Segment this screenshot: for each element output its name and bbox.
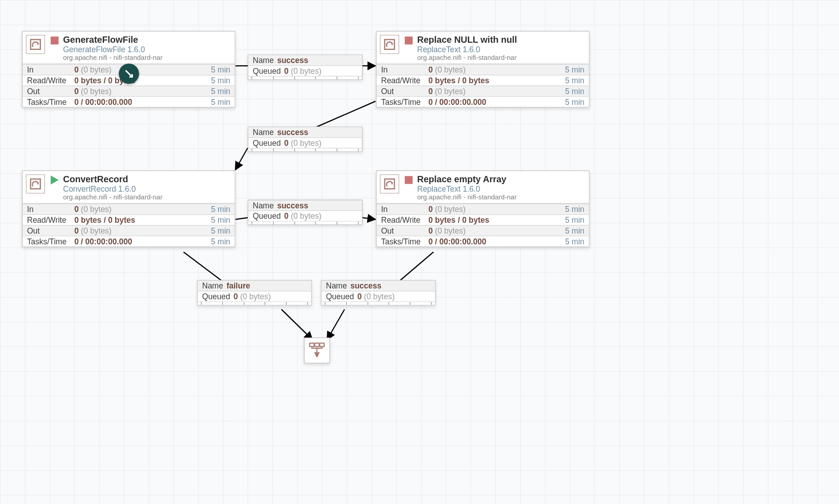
processor-convertrecord[interactable]: ConvertRecord ConvertRecord 1.6.0 org.ap…	[22, 171, 236, 247]
processor-icon	[380, 35, 399, 54]
processor-replace-null[interactable]: Replace NULL with null ReplaceText 1.6.0…	[376, 31, 590, 108]
add-connection-handle[interactable]	[119, 63, 139, 84]
svg-rect-11	[320, 343, 324, 347]
stopped-icon	[405, 36, 413, 45]
processor-name: ConvertRecord	[63, 175, 163, 185]
processor-bundle: org.apache.nifi - nifi-standard-nar	[417, 194, 517, 202]
queue-gauge	[248, 76, 362, 79]
processor-icon	[26, 35, 45, 54]
processor-type: ReplaceText 1.6.0	[417, 184, 517, 194]
funnel[interactable]	[304, 338, 330, 364]
funnel-icon	[308, 342, 326, 360]
processor-name: Replace NULL with null	[417, 35, 517, 45]
connection-success-1[interactable]: Namesuccess Queued0 (0 bytes)	[248, 54, 363, 80]
processor-replace-empty-array[interactable]: Replace empty Array ReplaceText 1.6.0 or…	[376, 171, 590, 247]
processor-name: Replace empty Array	[417, 175, 517, 185]
queue-gauge	[248, 222, 362, 225]
connection-success-3[interactable]: Namesuccess Queued0 (0 bytes)	[248, 200, 363, 225]
queue-gauge	[248, 148, 362, 151]
processor-bundle: org.apache.nifi - nifi-standard-nar	[417, 54, 517, 62]
running-icon	[51, 176, 59, 184]
svg-line-7	[281, 310, 313, 340]
svg-line-9	[327, 310, 345, 340]
queue-gauge	[322, 302, 435, 305]
connection-success-4[interactable]: Namesuccess Queued0 (0 bytes)	[321, 280, 436, 306]
processor-icon	[380, 175, 399, 194]
connection-failure[interactable]: Namefailure Queued0 (0 bytes)	[197, 280, 312, 306]
svg-rect-10	[310, 343, 314, 347]
stopped-icon	[51, 36, 59, 45]
processor-bundle: org.apache.nifi - nifi-standard-nar	[63, 54, 163, 62]
processor-icon	[26, 175, 45, 194]
svg-line-4	[236, 218, 248, 220]
connection-success-2[interactable]: Namesuccess Queued0 (0 bytes)	[248, 126, 363, 152]
svg-line-3	[236, 148, 248, 170]
processor-type: ReplaceText 1.6.0	[417, 45, 517, 54]
processor-name: GenerateFlowFile	[63, 35, 163, 45]
processor-type: GenerateFlowFile 1.6.0	[63, 45, 163, 54]
processor-type: ConvertRecord 1.6.0	[63, 184, 163, 194]
processor-bundle: org.apache.nifi - nifi-standard-nar	[63, 194, 163, 202]
svg-line-5	[363, 218, 376, 220]
svg-rect-12	[315, 343, 319, 347]
stopped-icon	[405, 176, 413, 184]
queue-gauge	[198, 302, 312, 305]
